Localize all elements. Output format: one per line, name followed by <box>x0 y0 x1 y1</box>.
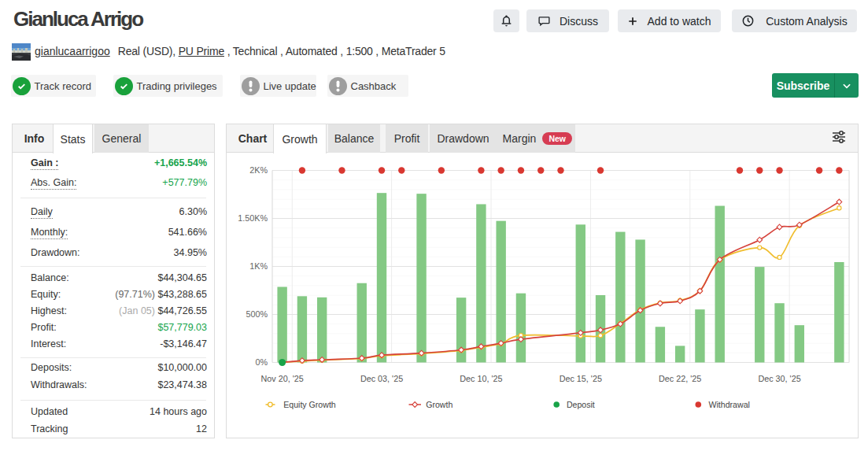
svg-text:Withdrawal: Withdrawal <box>709 400 750 409</box>
svg-text:500%: 500% <box>246 309 268 319</box>
svg-text:Growth: Growth <box>426 400 452 409</box>
svg-text:Dec 30, '25: Dec 30, '25 <box>758 374 800 383</box>
svg-text:1.50K%: 1.50K% <box>238 213 268 223</box>
svg-text:1K%: 1K% <box>249 261 268 271</box>
svg-text:Nov 20, '25: Nov 20, '25 <box>260 374 303 383</box>
svg-text:Equity Growth: Equity Growth <box>283 400 336 409</box>
svg-text:Dec 10, '25: Dec 10, '25 <box>460 374 502 383</box>
svg-text:Dec 03, '25: Dec 03, '25 <box>360 374 403 383</box>
svg-text:Dec 22, '25: Dec 22, '25 <box>659 374 701 383</box>
svg-text:Deposit: Deposit <box>567 400 595 409</box>
svg-text:0%: 0% <box>255 357 268 367</box>
svg-text:Dec 15, '25: Dec 15, '25 <box>560 374 602 383</box>
svg-text:2K%: 2K% <box>249 165 268 175</box>
